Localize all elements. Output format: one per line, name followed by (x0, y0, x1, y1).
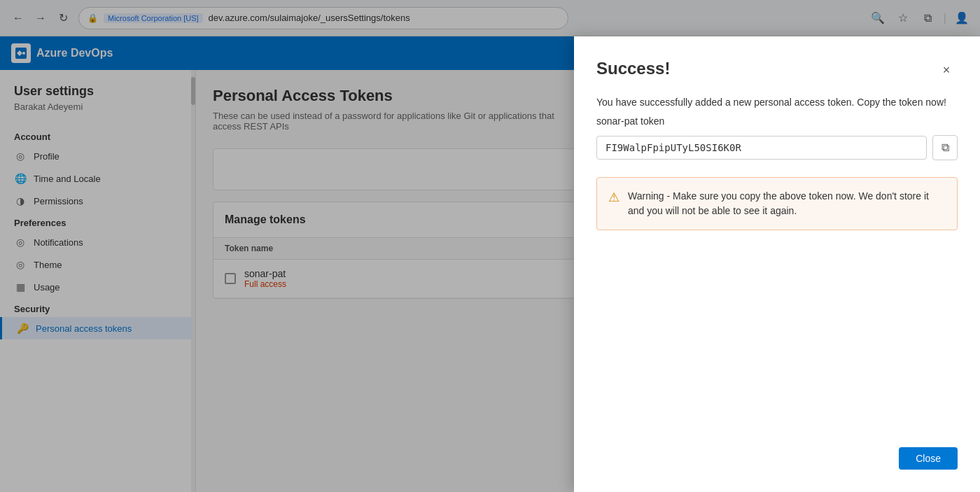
modal-footer: Close (596, 447, 958, 470)
modal-header: Success! × (596, 59, 958, 81)
close-x-icon: × (943, 63, 951, 78)
warning-text: Warning - Make sure you copy the above t… (628, 189, 946, 218)
modal-close-action-button[interactable]: Close (899, 447, 958, 470)
copy-icon: ⧉ (941, 141, 949, 154)
modal-token-label: sonar-pat token (596, 115, 958, 127)
success-modal: Success! × You have successfully added a… (574, 36, 980, 492)
warning-icon: ⚠ (608, 190, 620, 205)
token-value-input[interactable] (596, 136, 927, 160)
copy-token-button[interactable]: ⧉ (932, 135, 958, 160)
modal-description: You have successfully added a new person… (596, 95, 958, 110)
token-value-row: ⧉ (596, 135, 958, 160)
modal-title: Success! (596, 59, 670, 78)
modal-close-button[interactable]: × (935, 59, 958, 81)
warning-box: ⚠ Warning - Make sure you copy the above… (596, 177, 958, 230)
